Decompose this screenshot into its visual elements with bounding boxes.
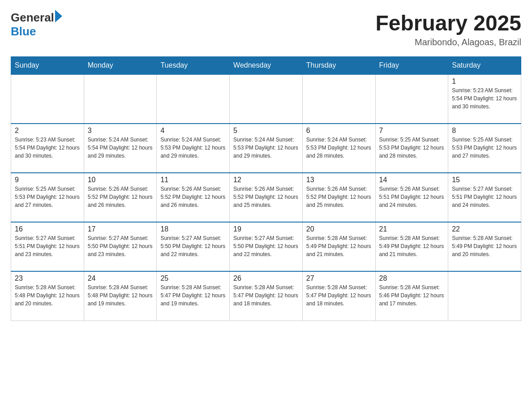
- day-info: Sunrise: 5:28 AM Sunset: 5:48 PM Dayligh…: [15, 283, 80, 308]
- day-info: Sunrise: 5:28 AM Sunset: 5:49 PM Dayligh…: [379, 234, 445, 258]
- day-number: 8: [452, 127, 517, 135]
- day-info: Sunrise: 5:28 AM Sunset: 5:47 PM Dayligh…: [306, 283, 372, 308]
- calendar-week-row: 2Sunrise: 5:23 AM Sunset: 5:54 PM Daylig…: [11, 124, 521, 173]
- calendar-cell: 15Sunrise: 5:27 AM Sunset: 5:51 PM Dayli…: [448, 173, 521, 222]
- day-info: Sunrise: 5:25 AM Sunset: 5:53 PM Dayligh…: [15, 185, 80, 209]
- calendar-cell: 14Sunrise: 5:26 AM Sunset: 5:51 PM Dayli…: [375, 173, 448, 222]
- day-number: 27: [306, 274, 372, 283]
- calendar-cell: 11Sunrise: 5:26 AM Sunset: 5:52 PM Dayli…: [157, 173, 230, 222]
- day-number: 4: [160, 127, 226, 135]
- day-info: Sunrise: 5:26 AM Sunset: 5:52 PM Dayligh…: [88, 185, 153, 209]
- day-info: Sunrise: 5:24 AM Sunset: 5:53 PM Dayligh…: [160, 136, 226, 160]
- day-headers-row: SundayMondayTuesdayWednesdayThursdayFrid…: [11, 57, 521, 75]
- day-info: Sunrise: 5:28 AM Sunset: 5:48 PM Dayligh…: [88, 283, 153, 308]
- day-info: Sunrise: 5:23 AM Sunset: 5:54 PM Dayligh…: [452, 86, 517, 111]
- calendar-cell: 19Sunrise: 5:27 AM Sunset: 5:50 PM Dayli…: [230, 222, 303, 271]
- day-number: 22: [452, 225, 517, 233]
- day-info: Sunrise: 5:27 AM Sunset: 5:50 PM Dayligh…: [88, 234, 153, 258]
- day-number: 13: [306, 176, 372, 184]
- day-info: Sunrise: 5:28 AM Sunset: 5:49 PM Dayligh…: [452, 234, 517, 258]
- day-of-week-header: Sunday: [11, 57, 84, 75]
- day-of-week-header: Wednesday: [230, 57, 303, 75]
- day-number: 12: [233, 176, 299, 184]
- calendar-cell: 13Sunrise: 5:26 AM Sunset: 5:52 PM Dayli…: [302, 173, 375, 222]
- day-info: Sunrise: 5:26 AM Sunset: 5:51 PM Dayligh…: [379, 185, 445, 209]
- day-info: Sunrise: 5:27 AM Sunset: 5:50 PM Dayligh…: [160, 234, 226, 258]
- calendar-cell: 10Sunrise: 5:26 AM Sunset: 5:52 PM Dayli…: [84, 173, 157, 222]
- calendar-cell: 4Sunrise: 5:24 AM Sunset: 5:53 PM Daylig…: [157, 124, 230, 173]
- day-info: Sunrise: 5:28 AM Sunset: 5:47 PM Dayligh…: [160, 283, 226, 308]
- calendar-week-row: 16Sunrise: 5:27 AM Sunset: 5:51 PM Dayli…: [11, 222, 521, 271]
- calendar-week-row: 23Sunrise: 5:28 AM Sunset: 5:48 PM Dayli…: [11, 271, 521, 321]
- calendar-cell: 24Sunrise: 5:28 AM Sunset: 5:48 PM Dayli…: [84, 271, 157, 321]
- day-of-week-header: Thursday: [302, 57, 375, 75]
- calendar-cell: 20Sunrise: 5:28 AM Sunset: 5:49 PM Dayli…: [302, 222, 375, 271]
- day-info: Sunrise: 5:26 AM Sunset: 5:52 PM Dayligh…: [233, 185, 299, 209]
- day-number: 25: [160, 274, 226, 283]
- calendar-cell: 25Sunrise: 5:28 AM Sunset: 5:47 PM Dayli…: [157, 271, 230, 321]
- calendar-cell: 6Sunrise: 5:24 AM Sunset: 5:53 PM Daylig…: [302, 124, 375, 173]
- day-info: Sunrise: 5:26 AM Sunset: 5:52 PM Dayligh…: [160, 185, 226, 209]
- calendar-cell: 7Sunrise: 5:25 AM Sunset: 5:53 PM Daylig…: [375, 124, 448, 173]
- day-info: Sunrise: 5:27 AM Sunset: 5:51 PM Dayligh…: [15, 234, 80, 258]
- day-number: 20: [306, 225, 372, 233]
- day-number: 1: [452, 77, 517, 86]
- day-number: 10: [88, 176, 153, 184]
- calendar-cell: [157, 74, 230, 124]
- calendar-cell: 12Sunrise: 5:26 AM Sunset: 5:52 PM Dayli…: [230, 173, 303, 222]
- calendar-cell: 18Sunrise: 5:27 AM Sunset: 5:50 PM Dayli…: [157, 222, 230, 271]
- day-number: 2: [15, 127, 80, 135]
- day-info: Sunrise: 5:28 AM Sunset: 5:49 PM Dayligh…: [306, 234, 372, 258]
- logo-arrow-icon: [55, 10, 62, 22]
- calendar-cell: 16Sunrise: 5:27 AM Sunset: 5:51 PM Dayli…: [11, 222, 84, 271]
- day-number: 19: [233, 225, 299, 233]
- logo: General Blue: [11, 11, 62, 39]
- day-number: 6: [306, 127, 372, 135]
- day-of-week-header: Saturday: [448, 57, 521, 75]
- day-info: Sunrise: 5:25 AM Sunset: 5:53 PM Dayligh…: [452, 136, 517, 160]
- day-number: 9: [15, 176, 80, 184]
- calendar-cell: [375, 74, 448, 124]
- page-header: General Blue February 2025 Maribondo, Al…: [11, 11, 521, 47]
- day-number: 17: [88, 225, 153, 233]
- calendar-cell: [302, 74, 375, 124]
- calendar-cell: 5Sunrise: 5:24 AM Sunset: 5:53 PM Daylig…: [230, 124, 303, 173]
- calendar-cell: 8Sunrise: 5:25 AM Sunset: 5:53 PM Daylig…: [448, 124, 521, 173]
- calendar-cell: 9Sunrise: 5:25 AM Sunset: 5:53 PM Daylig…: [11, 173, 84, 222]
- day-info: Sunrise: 5:25 AM Sunset: 5:53 PM Dayligh…: [379, 136, 445, 160]
- calendar-cell: 21Sunrise: 5:28 AM Sunset: 5:49 PM Dayli…: [375, 222, 448, 271]
- day-info: Sunrise: 5:24 AM Sunset: 5:54 PM Dayligh…: [88, 136, 153, 160]
- logo-general-text: General: [11, 11, 54, 25]
- day-number: 24: [88, 274, 153, 283]
- day-info: Sunrise: 5:24 AM Sunset: 5:53 PM Dayligh…: [233, 136, 299, 160]
- day-number: 21: [379, 225, 445, 233]
- day-number: 5: [233, 127, 299, 135]
- calendar-cell: [84, 74, 157, 124]
- calendar-cell: 2Sunrise: 5:23 AM Sunset: 5:54 PM Daylig…: [11, 124, 84, 173]
- calendar-cell: 27Sunrise: 5:28 AM Sunset: 5:47 PM Dayli…: [302, 271, 375, 321]
- day-number: 7: [379, 127, 445, 135]
- calendar-week-row: 9Sunrise: 5:25 AM Sunset: 5:53 PM Daylig…: [11, 173, 521, 222]
- logo-blue-text: Blue: [11, 25, 62, 39]
- day-number: 3: [88, 127, 153, 135]
- calendar-cell: [230, 74, 303, 124]
- calendar-cell: 1Sunrise: 5:23 AM Sunset: 5:54 PM Daylig…: [448, 74, 521, 124]
- calendar-cell: 3Sunrise: 5:24 AM Sunset: 5:54 PM Daylig…: [84, 124, 157, 173]
- day-info: Sunrise: 5:28 AM Sunset: 5:47 PM Dayligh…: [233, 283, 299, 308]
- day-info: Sunrise: 5:28 AM Sunset: 5:46 PM Dayligh…: [379, 283, 445, 308]
- calendar-table: SundayMondayTuesdayWednesdayThursdayFrid…: [11, 56, 521, 321]
- calendar-cell: 22Sunrise: 5:28 AM Sunset: 5:49 PM Dayli…: [448, 222, 521, 271]
- day-of-week-header: Friday: [375, 57, 448, 75]
- calendar-subtitle: Maribondo, Alagoas, Brazil: [375, 37, 521, 47]
- day-number: 18: [160, 225, 226, 233]
- day-number: 11: [160, 176, 226, 184]
- calendar-cell: 17Sunrise: 5:27 AM Sunset: 5:50 PM Dayli…: [84, 222, 157, 271]
- title-section: February 2025 Maribondo, Alagoas, Brazil: [375, 11, 521, 47]
- calendar-cell: 28Sunrise: 5:28 AM Sunset: 5:46 PM Dayli…: [375, 271, 448, 321]
- day-of-week-header: Tuesday: [157, 57, 230, 75]
- day-number: 15: [452, 176, 517, 184]
- calendar-cell: 26Sunrise: 5:28 AM Sunset: 5:47 PM Dayli…: [230, 271, 303, 321]
- calendar-title: February 2025: [375, 11, 521, 35]
- day-number: 23: [15, 274, 80, 283]
- calendar-cell: [11, 74, 84, 124]
